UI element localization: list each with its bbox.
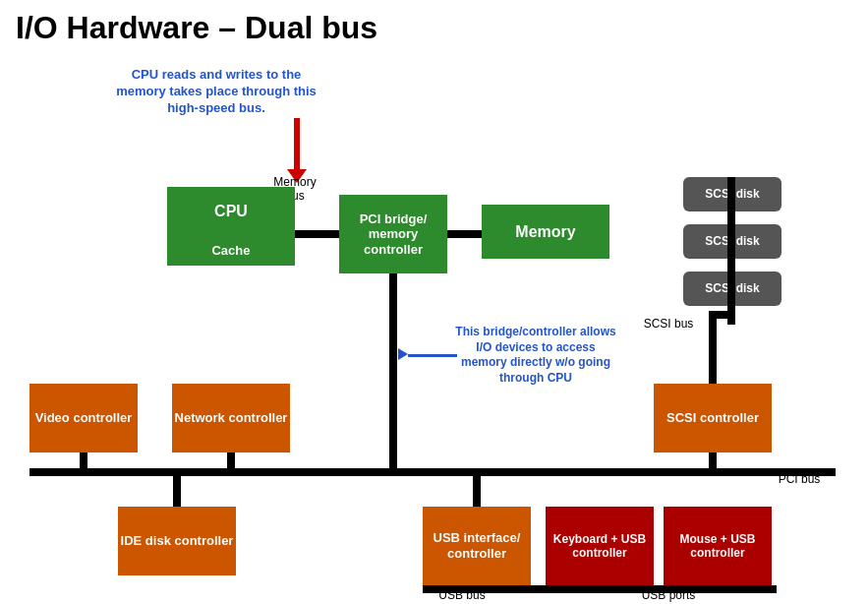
- usb-interface-box: USB interface/ controller: [423, 507, 531, 585]
- pci-bridge-box: PCI bridge/ memory controller: [339, 195, 447, 273]
- scsi-top-h: [709, 311, 735, 319]
- annotation-top: CPU reads and writes to the memory takes…: [108, 67, 324, 117]
- memory-box: Memory: [482, 205, 609, 259]
- pci-memory-bus-line: [447, 230, 482, 238]
- scsi-controller-box: SCSI controller: [654, 384, 772, 453]
- usb-iface-down: [473, 585, 481, 593]
- video-controller-box: Video controller: [29, 384, 138, 453]
- video-v-line: [80, 453, 87, 470]
- usb-ports-label: USB ports: [619, 588, 718, 602]
- red-arrow-shaft: [294, 118, 300, 172]
- blue-arrow-shaft: [408, 354, 457, 357]
- usb-bus-label: USB bus: [423, 588, 501, 602]
- keyboard-down: [596, 585, 604, 593]
- scsi-ctrl-up-line: [709, 311, 717, 384]
- cpu-pci-bus-line: [295, 230, 339, 238]
- ide-v-line: [173, 468, 181, 507]
- mouse-down: [714, 585, 722, 593]
- keyboard-usb-box: Keyboard + USB controller: [546, 507, 654, 585]
- scsi-v-bus: [727, 177, 735, 325]
- ide-disk-controller-box: IDE disk controller: [118, 507, 236, 575]
- scsi-ctrl-v-line: [709, 453, 717, 470]
- scsi-bus-label: SCSI bus: [629, 317, 708, 331]
- page-title: I/O Hardware – Dual bus: [0, 0, 868, 50]
- diagram-area: CPU reads and writes to the memory takes…: [0, 59, 868, 604]
- annotation-bridge: This bridge/controller allows I/O device…: [452, 325, 619, 386]
- pci-bus-label: PCI bus: [760, 472, 839, 486]
- blue-arrow-head: [398, 348, 408, 360]
- mouse-usb-box: Mouse + USB controller: [664, 507, 772, 585]
- cpu-box: CPU: [167, 187, 295, 236]
- cache-box: Cache: [167, 236, 295, 266]
- pci-bridge-v-line: [389, 273, 397, 470]
- network-controller-box: Network controller: [172, 384, 290, 453]
- network-v-line: [227, 453, 235, 470]
- usb-iface-v-line: [473, 468, 481, 507]
